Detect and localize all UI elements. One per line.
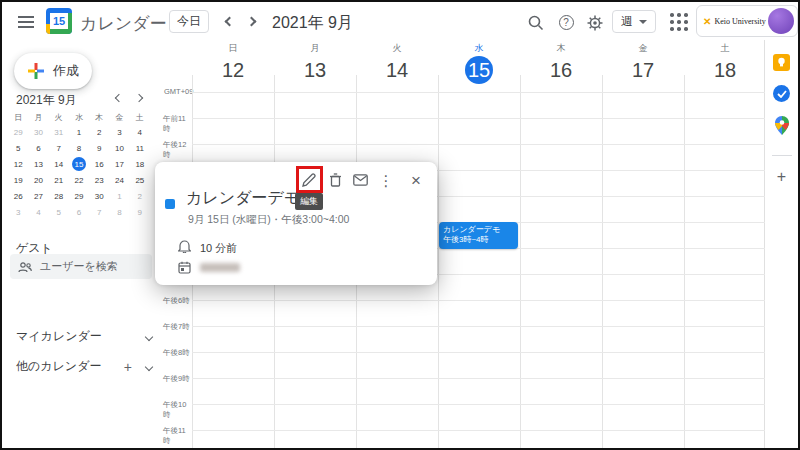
- more-options-kebab-icon[interactable]: ⋮: [376, 170, 396, 190]
- calendar-logo-icon[interactable]: 15: [46, 8, 72, 34]
- mini-calendar-day[interactable]: 14: [49, 156, 69, 172]
- search-icon[interactable]: [527, 14, 545, 32]
- mini-calendar-day[interactable]: 21: [49, 172, 69, 188]
- event-title: カレンダーデモ: [186, 188, 300, 209]
- mini-calendar-day[interactable]: 23: [89, 172, 109, 188]
- search-users-placeholder: ユーザーを検索: [40, 259, 118, 274]
- close-icon[interactable]: ×: [406, 170, 426, 190]
- mini-calendar-day[interactable]: 30: [28, 124, 48, 140]
- day-header-15[interactable]: 水15: [438, 42, 520, 84]
- mini-calendar-day[interactable]: 13: [28, 156, 48, 172]
- mini-calendar-day[interactable]: 4: [130, 124, 150, 140]
- settings-gear-icon[interactable]: [586, 14, 604, 32]
- mini-calendar-day[interactable]: 20: [28, 172, 48, 188]
- mini-calendar-day[interactable]: 17: [109, 156, 129, 172]
- mini-calendar-day[interactable]: 9: [89, 140, 109, 156]
- day-header-14[interactable]: 火14: [356, 42, 438, 84]
- delete-trash-icon[interactable]: [325, 170, 345, 190]
- mini-calendar-day[interactable]: 5: [8, 140, 28, 156]
- avatar[interactable]: [768, 8, 794, 34]
- my-calendars-section[interactable]: マイカレンダー: [16, 328, 152, 345]
- hamburger-menu-icon[interactable]: [18, 16, 34, 28]
- grid-hline: [192, 92, 765, 93]
- email-envelope-icon[interactable]: [350, 170, 370, 190]
- account-name: Keio University: [714, 17, 765, 26]
- mini-calendar-day[interactable]: 1: [69, 124, 89, 140]
- mini-calendar-day[interactable]: 15: [69, 156, 89, 172]
- mini-calendar-day[interactable]: 3: [8, 204, 28, 220]
- mini-calendar-day[interactable]: 24: [109, 172, 129, 188]
- mini-calendar-day[interactable]: 8: [109, 204, 129, 220]
- keep-icon[interactable]: [773, 54, 790, 71]
- other-calendars-section[interactable]: 他のカレンダー +: [16, 358, 152, 375]
- mini-calendar-day[interactable]: 31: [49, 124, 69, 140]
- chevron-down-icon[interactable]: [145, 362, 153, 370]
- calendar-event[interactable]: カレンダーデモ午後3時~4時: [439, 222, 518, 249]
- mini-calendar-day[interactable]: 22: [69, 172, 89, 188]
- hour-label: 午後11時: [163, 426, 193, 446]
- prev-week-icon[interactable]: [225, 17, 235, 27]
- mini-calendar-weekday: 土: [130, 110, 150, 124]
- reminder-text: 10 分前: [200, 241, 237, 256]
- mini-calendar-prev-icon[interactable]: [115, 94, 123, 102]
- today-button[interactable]: 今日: [169, 10, 209, 33]
- mini-calendar-day[interactable]: 16: [89, 156, 109, 172]
- account-chip[interactable]: ✕ Keio University: [696, 5, 798, 37]
- mini-calendar-day[interactable]: 12: [8, 156, 28, 172]
- day-header-17[interactable]: 金17: [602, 42, 684, 84]
- right-side-panel: +: [765, 40, 798, 448]
- org-logo-icon: ✕: [703, 16, 711, 27]
- day-header-16[interactable]: 木16: [520, 42, 602, 84]
- google-apps-icon[interactable]: [670, 13, 688, 31]
- maps-icon[interactable]: [775, 116, 789, 139]
- mini-calendar-day[interactable]: 11: [130, 140, 150, 156]
- mini-calendar-day[interactable]: 3: [109, 124, 129, 140]
- mini-calendar-day[interactable]: 28: [49, 188, 69, 204]
- app-title: カレンダー: [80, 12, 167, 35]
- chevron-down-icon[interactable]: [145, 332, 153, 340]
- mini-calendar-day[interactable]: 27: [28, 188, 48, 204]
- mini-calendar-day[interactable]: 6: [69, 204, 89, 220]
- edit-pencil-icon[interactable]: [299, 170, 319, 190]
- mini-calendar-day[interactable]: 2: [130, 188, 150, 204]
- search-users-input[interactable]: ユーザーを検索: [10, 254, 152, 279]
- mini-calendar-day[interactable]: 18: [130, 156, 150, 172]
- mini-calendar-day[interactable]: 26: [8, 188, 28, 204]
- grid-hline: [192, 326, 765, 327]
- mini-calendar-day[interactable]: 30: [89, 188, 109, 204]
- mini-calendar-day[interactable]: 1: [109, 188, 129, 204]
- view-selector-dropdown[interactable]: 週: [612, 10, 656, 33]
- left-sidebar: 作成 2021年 9月 日月火水木金土293031123456789101112…: [2, 40, 160, 448]
- multicolor-plus-icon: [27, 62, 45, 80]
- hour-label: 午後7時: [163, 322, 193, 332]
- day-header-18[interactable]: 土18: [684, 42, 766, 84]
- mini-calendar-day[interactable]: 7: [49, 140, 69, 156]
- help-icon[interactable]: ?: [557, 14, 575, 32]
- mini-calendar-next-icon[interactable]: [135, 94, 143, 102]
- mini-calendar-day[interactable]: 19: [8, 172, 28, 188]
- mini-calendar-day[interactable]: 2: [89, 124, 109, 140]
- mini-calendar-day[interactable]: 6: [28, 140, 48, 156]
- mini-calendar-day[interactable]: 8: [69, 140, 89, 156]
- mini-calendar-day[interactable]: 29: [69, 188, 89, 204]
- mini-calendar-day[interactable]: 25: [130, 172, 150, 188]
- people-icon: [18, 261, 32, 273]
- mini-calendar-day[interactable]: 7: [89, 204, 109, 220]
- create-button[interactable]: 作成: [14, 53, 92, 89]
- get-add-ons-icon[interactable]: +: [777, 168, 786, 186]
- rail-divider: [772, 155, 792, 156]
- event-block-title: カレンダーデモ: [443, 225, 514, 235]
- tasks-icon[interactable]: [773, 85, 790, 102]
- mini-calendar-day[interactable]: 5: [49, 204, 69, 220]
- mini-calendar-day[interactable]: 9: [130, 204, 150, 220]
- mini-calendar-day[interactable]: 29: [8, 124, 28, 140]
- day-header-12[interactable]: 日12: [192, 42, 274, 84]
- chevron-down-icon: [639, 20, 647, 24]
- mini-calendar-day[interactable]: 10: [109, 140, 129, 156]
- next-week-icon[interactable]: [247, 17, 257, 27]
- mini-calendar-weekday: 水: [69, 110, 89, 124]
- mini-calendar-day[interactable]: 4: [28, 204, 48, 220]
- day-header-13[interactable]: 月13: [274, 42, 356, 84]
- create-button-label: 作成: [53, 62, 79, 80]
- add-calendar-icon[interactable]: +: [124, 359, 132, 375]
